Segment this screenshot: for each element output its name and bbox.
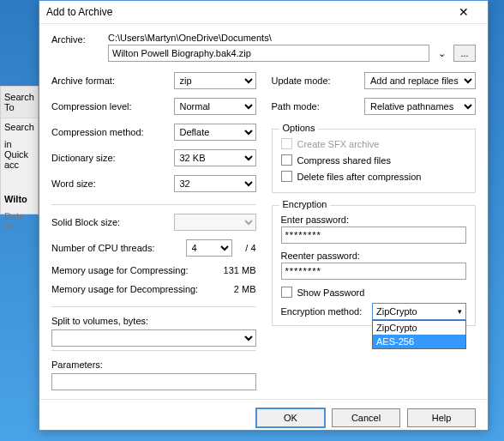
mem-decomp-value: 2 MB [205,284,256,294]
sfx-label: Create SFX archive [297,139,380,149]
enc-method-select[interactable]: ZipCrypto ▾ [372,303,466,320]
split-select[interactable] [51,329,256,347]
delete-checkbox[interactable] [281,171,292,182]
background-window: Search To Search in Quick acc Wilto Date… [0,86,39,214]
cancel-button[interactable]: Cancel [332,408,400,427]
delete-label: Delete files after compression [297,172,422,182]
solid-label: Solid Block size: [51,217,174,227]
comp-level-select[interactable]: Normal [174,98,256,115]
path-mode-label: Path mode: [272,101,365,112]
mem-comp-value: 131 MB [205,265,256,275]
mem-comp-label: Memory usage for Compressing: [51,265,205,275]
browse-button[interactable]: ... [453,45,476,62]
comp-method-select[interactable]: Deflate [174,124,256,141]
solid-select [174,214,256,231]
update-label: Update mode: [272,76,365,86]
titlebar: Add to Archive ✕ [39,1,488,24]
params-input[interactable] [51,373,256,390]
password-input[interactable] [281,227,467,244]
threads-select[interactable]: 4 [186,239,232,257]
bg-quick: in Quick acc [1,136,38,173]
archive-name-input[interactable] [108,45,429,62]
archive-label: Archive: [51,33,101,62]
word-label: Word size: [51,178,174,189]
comp-level-label: Compression level: [51,101,174,112]
password-confirm-input[interactable] [281,263,467,280]
enc-method-label: Encryption method: [281,306,368,317]
enter-pwd-label: Enter password: [281,214,467,225]
path-mode-select[interactable]: Relative pathnames [364,98,476,115]
chevron-down-icon: ▾ [458,307,462,316]
word-select[interactable]: 32 [174,175,256,192]
dialog-buttons: OK Cancel Help [39,399,488,436]
bg-date: Date m [1,208,38,235]
show-password-label: Show Password [297,287,365,298]
split-label: Split to volumes, bytes: [51,316,256,326]
format-label: Archive format: [51,76,174,86]
close-button[interactable]: ✕ [447,1,481,23]
dict-label: Dictionary size: [51,153,174,163]
format-select[interactable]: zip [174,72,256,89]
sfx-checkbox [281,138,292,149]
update-select[interactable]: Add and replace files [364,72,476,89]
dict-select[interactable]: 32 KB [174,149,256,166]
add-to-archive-dialog: Add to Archive ✕ Archive: C:\Users\Marty… [39,0,489,431]
reenter-pwd-label: Reenter password: [281,251,467,261]
encryption-group: Encryption Enter password: Reenter passw… [272,205,477,326]
shared-label: Compress shared files [297,155,391,166]
enc-opt-aes256[interactable]: AES-256 [373,335,465,348]
params-label: Parameters: [51,359,256,370]
help-button[interactable]: Help [407,408,476,427]
encryption-title: Encryption [279,199,331,209]
bg-search: Search [1,118,38,136]
threads-label: Number of CPU threads: [51,243,186,253]
shared-checkbox[interactable] [281,154,292,166]
comp-method-label: Compression method: [51,127,174,137]
bg-search-tab: Search To [1,87,38,118]
archive-path: C:\Users\Martyn\OneDrive\Documents\ [108,33,476,43]
bg-file: Wilto [1,190,38,208]
mem-decomp-label: Memory usage for Decompressing: [51,284,205,294]
ok-button[interactable]: OK [256,408,325,427]
options-group: Options Create SFX archive Compress shar… [272,129,477,193]
enc-method-dropdown: ZipCrypto AES-256 [372,320,466,349]
threads-max: / 4 [232,243,256,253]
dialog-title: Add to Archive [46,6,447,18]
enc-opt-zipcrypto[interactable]: ZipCrypto [373,321,465,335]
options-title: Options [279,123,319,133]
left-column: Archive format: zip Compression level: N… [51,72,256,390]
show-password-checkbox[interactable] [281,287,292,298]
right-column: Update mode: Add and replace files Path … [272,72,477,390]
chevron-down-icon[interactable]: ⌄ [435,45,448,62]
